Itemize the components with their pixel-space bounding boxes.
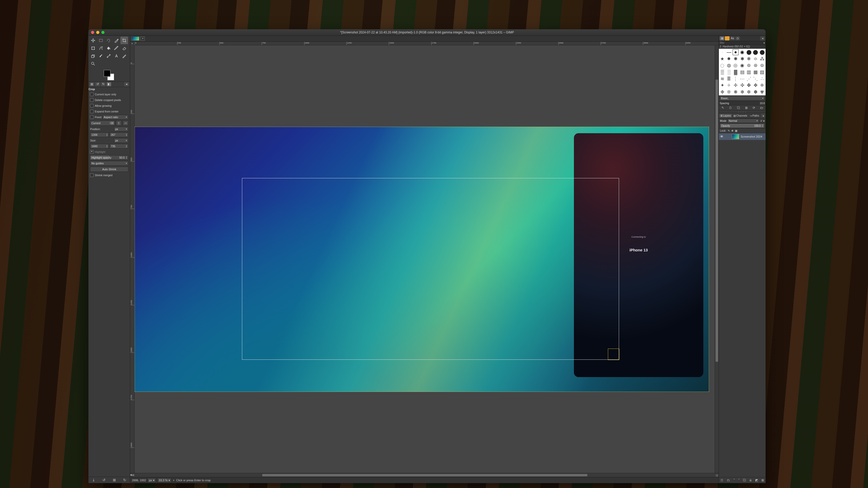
brush-cell[interactable]: ❊ [726, 89, 732, 95]
highlight-opacity-slider[interactable]: Highlight opacity 50.0 ▲▼ [90, 155, 128, 160]
brush-cell[interactable]: ፨ [752, 56, 759, 62]
fonts-tab-icon[interactable]: Aa [730, 36, 735, 40]
size-w-input[interactable]: 1680▲▼ [90, 144, 109, 149]
brush-cell[interactable]: ▥ [746, 69, 752, 75]
lower-tab-menu-icon[interactable]: ◂ [761, 113, 765, 118]
brush-cell[interactable]: ✺ [732, 56, 739, 62]
brush-cell[interactable]: ⬤ [759, 49, 766, 56]
layer-name[interactable]: Screenshot 2024 [741, 135, 762, 138]
layer-list[interactable]: 👁 Screenshot 2024 [719, 133, 766, 477]
brush-cell[interactable]: ● [732, 49, 739, 56]
right-tab-menu-icon[interactable]: ◂ [760, 36, 765, 40]
raise-layer-icon[interactable]: ˄ [734, 479, 735, 482]
open-as-image-icon[interactable]: 🗁 [760, 106, 763, 110]
size-h-input[interactable]: 735▲▼ [110, 144, 128, 149]
allow-growing-checkbox[interactable] [90, 104, 94, 107]
fixed-mode-dropdown[interactable]: Aspect ratio▾ [102, 115, 128, 120]
minimize-window-button[interactable] [96, 31, 99, 34]
auto-shrink-button[interactable]: Auto Shrink [90, 167, 128, 172]
crop-rectangle[interactable] [242, 178, 619, 360]
brush-cell[interactable]: ⋱ [752, 75, 759, 82]
brush-grid[interactable]: ·—●◉⬤⬤⬤★✸✺✱❋፨⁂◌◍◎◉⊚⊛⊜▒░▓▤▥▦▧≋≣⋮⋯⋰⋱∴✦✧✢✣✤… [719, 49, 766, 95]
mode-switch-icon[interactable]: ↺ [760, 120, 762, 122]
brush-cell[interactable]: ✧ [726, 82, 732, 89]
free-select-tool[interactable] [105, 37, 112, 44]
brush-cell[interactable]: ✥ [752, 82, 759, 89]
color-swatches[interactable] [103, 70, 116, 81]
quickmask-toggle[interactable]: �績 [130, 473, 134, 477]
blend-mode-dropdown[interactable]: Normal▾ [727, 119, 759, 123]
brush-cell[interactable]: ⬤ [752, 49, 759, 56]
tool-options-tab-icon[interactable]: ▥ [90, 82, 94, 86]
expand-from-center-checkbox[interactable] [90, 110, 94, 113]
brush-cell[interactable]: ░ [726, 69, 732, 75]
brush-cell[interactable]: ✾ [759, 89, 766, 95]
document-history-tab-icon[interactable]: ◷ [735, 36, 740, 40]
size-unit-dropdown[interactable]: px▾ [114, 138, 128, 143]
duplicate-layer-icon[interactable]: ⿻ [743, 479, 746, 482]
duplicate-brush-icon[interactable]: ⿻ [737, 106, 740, 110]
brush-cell[interactable]: ⊜ [759, 62, 766, 69]
guides-dropdown[interactable]: No guides▾ [90, 161, 128, 166]
rect-select-tool[interactable] [97, 37, 104, 44]
position-x-input[interactable]: 1206▲▼ [90, 132, 109, 137]
unified-transform-tool[interactable] [90, 44, 97, 52]
brush-cell[interactable]: ▒ [719, 69, 725, 75]
brush-filter-input[interactable]: filter▾ [719, 41, 766, 45]
image-tab[interactable] [131, 36, 140, 41]
paths-tool[interactable] [105, 52, 112, 60]
brush-cell[interactable]: ◎ [732, 62, 739, 69]
brush-cell[interactable]: ⁂ [759, 56, 766, 62]
layer-visibility-icon[interactable]: 👁 [720, 134, 723, 139]
brush-cell[interactable]: ★ [719, 56, 725, 62]
brush-cell[interactable]: ✻ [739, 89, 746, 95]
brushes-tab-icon[interactable]: ▦ [720, 36, 724, 40]
brush-cell[interactable]: ✢ [732, 82, 739, 89]
mask-layer-icon[interactable]: ◩ [755, 479, 758, 482]
brush-cell[interactable]: ⬤ [746, 49, 752, 56]
brush-cell[interactable]: ✱ [739, 56, 746, 62]
eraser-tool[interactable] [121, 44, 128, 52]
brush-cell[interactable]: ▤ [739, 69, 746, 75]
close-window-button[interactable] [91, 31, 94, 34]
brush-cell[interactable]: ∴ [759, 75, 766, 82]
color-picker-tool[interactable] [121, 52, 128, 60]
brush-cell[interactable]: ≋ [719, 75, 725, 82]
delete-layer-icon[interactable]: ⊠ [762, 479, 764, 482]
zoom-tool[interactable] [90, 60, 97, 67]
clone-tool[interactable] [90, 52, 97, 60]
lock-alpha-icon[interactable]: ▦ [735, 129, 737, 132]
device-status-tab-icon[interactable]: ↺ [95, 82, 100, 86]
brush-cell[interactable]: ✸ [726, 56, 732, 62]
delete-brush-icon[interactable]: ⊠ [745, 106, 748, 110]
horizontal-scrollbar[interactable] [134, 473, 715, 477]
horizontal-ruler[interactable]: 0250500750100012501500175020002250250027… [134, 42, 715, 45]
mode-switch-menu[interactable]: ▾ [763, 120, 765, 122]
patterns-tab-icon[interactable] [725, 36, 730, 40]
delete-tool-preset-icon[interactable]: ⊠ [113, 478, 116, 482]
brush-preset-dropdown[interactable]: Basic,▾ [720, 96, 765, 101]
new-brush-icon[interactable]: 🗋 [729, 106, 732, 110]
brush-cell[interactable]: ⊛ [752, 62, 759, 69]
refresh-brushes-icon[interactable]: ⟳ [753, 106, 755, 110]
brush-cell[interactable]: ▧ [759, 69, 766, 75]
brush-cell[interactable]: ✤ [746, 82, 752, 89]
aspect-ratio-input[interactable]: Current⌫ [90, 121, 115, 126]
canvas[interactable]: Connecting to iPhone 13 [134, 45, 715, 473]
undo-history-tab-icon[interactable]: ↻ [101, 82, 105, 86]
crop-tool[interactable] [121, 37, 128, 44]
brush-cell[interactable]: ✼ [746, 89, 752, 95]
warp-tool[interactable] [97, 44, 104, 52]
paths-tab[interactable]: ↝Paths [749, 114, 760, 118]
crop-frame[interactable] [242, 178, 619, 360]
portrait-orientation-button[interactable]: ▯ [116, 121, 122, 126]
brush-cell[interactable]: ⋯ [739, 75, 746, 82]
fuzzy-select-tool[interactable] [113, 37, 120, 44]
images-tab-icon[interactable]: ◧ [106, 82, 111, 86]
channels-tab[interactable]: ▤Channels [732, 114, 748, 118]
landscape-orientation-button[interactable]: ▭ [123, 121, 128, 126]
smudge-tool[interactable] [97, 52, 104, 60]
brush-cell[interactable]: ◉ [739, 49, 746, 56]
brush-cell[interactable]: ▓ [732, 69, 739, 75]
move-tool[interactable] [90, 37, 97, 44]
